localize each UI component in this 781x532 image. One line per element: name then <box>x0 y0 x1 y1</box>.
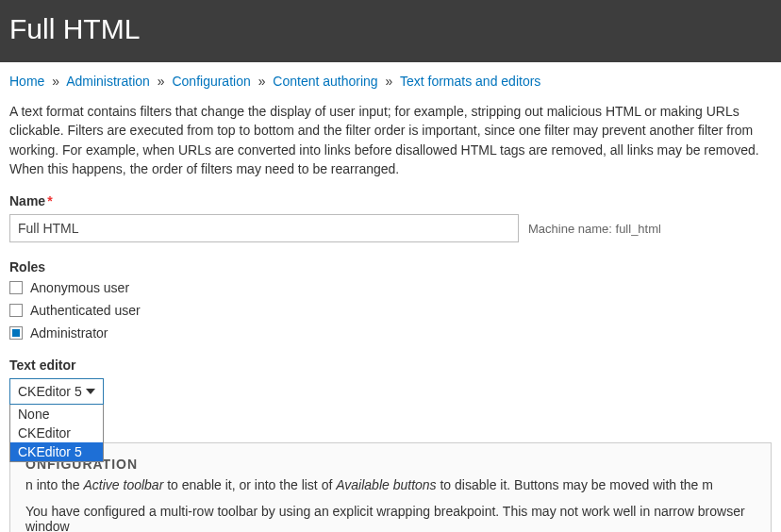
hint-text: n into the <box>25 477 84 492</box>
breadcrumb-sep: » <box>158 74 165 89</box>
page-header: Full HTML <box>0 0 781 62</box>
page-title: Full HTML <box>9 13 772 45</box>
breadcrumb-administration[interactable]: Administration <box>66 74 150 89</box>
breadcrumb-sep: » <box>52 74 59 89</box>
chevron-down-icon <box>86 389 95 394</box>
role-label: Anonymous user <box>30 280 129 295</box>
required-marker: * <box>47 193 52 208</box>
name-label-text: Name <box>9 193 45 208</box>
hint-text: to disable it. Buttons may be moved with… <box>437 477 713 492</box>
breadcrumb-sep: » <box>386 74 393 89</box>
text-editor-select[interactable]: CKEditor 5 <box>9 378 104 405</box>
breadcrumb-configuration[interactable]: Configuration <box>172 74 250 89</box>
text-editor-dropdown: None CKEditor CKEditor 5 <box>9 405 104 462</box>
hint-text: to enable it, or into the list of <box>163 477 336 492</box>
role-authenticated[interactable]: Authenticated user <box>9 303 772 318</box>
text-editor-select-wrap: CKEditor 5 None CKEditor CKEditor 5 <box>9 378 104 405</box>
breadcrumb-text-formats[interactable]: Text formats and editors <box>400 74 540 89</box>
toolbar-config-note: You have configured a multi-row toolbar … <box>25 504 756 532</box>
breadcrumb-home[interactable]: Home <box>9 74 44 89</box>
roles-group: Roles Anonymous user Authenticated user … <box>9 259 772 341</box>
checkbox-checked-icon[interactable] <box>9 326 23 340</box>
text-editor-group: Text editor CKEditor 5 None CKEditor CKE… <box>9 357 772 405</box>
name-input[interactable] <box>9 214 519 242</box>
breadcrumb: Home » Administration » Configuration » … <box>9 74 772 89</box>
format-description: A text format contains filters that chan… <box>9 102 772 178</box>
hint-active-toolbar: Active toolbar <box>84 477 164 492</box>
text-editor-label: Text editor <box>9 357 772 373</box>
name-label: Name* <box>9 193 772 208</box>
toolbar-config-title: ONFIGURATION <box>25 457 756 472</box>
select-value: CKEditor 5 <box>18 384 82 399</box>
checkbox-icon[interactable] <box>9 281 23 294</box>
machine-name-value: full_html <box>616 222 661 236</box>
role-anonymous[interactable]: Anonymous user <box>9 280 772 295</box>
option-ckeditor5[interactable]: CKEditor 5 <box>10 442 103 461</box>
option-none[interactable]: None <box>10 405 103 424</box>
breadcrumb-content-authoring[interactable]: Content authoring <box>273 74 377 89</box>
toolbar-config-hint: n into the Active toolbar to enable it, … <box>25 477 756 492</box>
role-label: Administrator <box>30 325 108 341</box>
name-field-group: Name* Machine name: full_html <box>9 193 772 242</box>
content-region: Home » Administration » Configuration » … <box>0 62 781 532</box>
machine-name: Machine name: full_html <box>528 222 661 236</box>
option-ckeditor[interactable]: CKEditor <box>10 424 103 442</box>
toolbar-configuration-panel: ONFIGURATION n into the Active toolbar t… <box>9 442 772 532</box>
machine-name-label: Machine name: <box>528 222 612 236</box>
role-label: Authenticated user <box>30 303 141 318</box>
breadcrumb-sep: » <box>258 74 266 89</box>
roles-label: Roles <box>9 259 772 274</box>
hint-available-buttons: Available buttons <box>336 477 436 492</box>
checkbox-icon[interactable] <box>9 304 23 317</box>
role-administrator[interactable]: Administrator <box>9 325 772 341</box>
